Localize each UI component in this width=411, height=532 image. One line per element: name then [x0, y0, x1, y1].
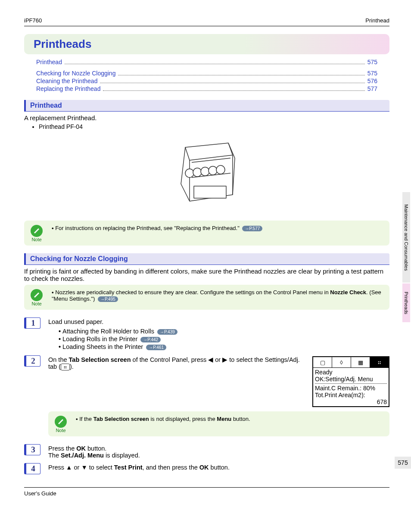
- toc-label: Replacing the Printhead: [36, 85, 100, 92]
- note-text: For instructions on replacing the Printh…: [55, 225, 240, 231]
- panel-line-value: 678: [315, 398, 387, 405]
- step-text: Load unused paper.: [48, 318, 389, 325]
- note-label: Note: [56, 428, 65, 433]
- note-text: Nozzles are periodically checked to ensu…: [55, 289, 330, 296]
- step-4: 4 Press ▲ or ▼ to select Test Print, and…: [24, 463, 389, 474]
- side-tab-section[interactable]: Printheads: [402, 283, 410, 322]
- step-bold: Test Print: [114, 464, 143, 471]
- note-tab-selection: Note If the Tab Selection screen is not …: [48, 411, 389, 436]
- panel-tab-ink-icon: ◊: [332, 357, 351, 367]
- page-number: 575: [395, 457, 411, 469]
- page-reference[interactable]: →P.439: [157, 329, 177, 335]
- svg-point-2: [185, 169, 194, 177]
- step-text: button.: [86, 445, 106, 452]
- step-bold: OK: [76, 445, 86, 452]
- table-of-contents: Printhead 575 Checking for Nozzle Cloggi…: [36, 59, 377, 92]
- toc-item[interactable]: Replacing the Printhead 577: [36, 85, 377, 92]
- toc-label: Printhead: [36, 59, 62, 65]
- note-bold: Menu: [217, 416, 231, 422]
- settings-tab-icon: ⠶: [61, 364, 70, 370]
- panel-line-menu: OK:Setting/Adj. Menu: [315, 376, 387, 383]
- step-text: ).: [70, 363, 74, 370]
- footer-left: User's Guide: [24, 490, 56, 497]
- panel-tab-settings-icon: ⠶: [370, 357, 389, 367]
- toc-page: 576: [367, 78, 377, 84]
- link-attach-roll[interactable]: Attaching the Roll Holder to Rolls: [62, 328, 154, 335]
- step-number: 3: [24, 444, 40, 455]
- toc-page: 575: [367, 70, 377, 77]
- step-1: 1 Load unused paper. Attaching the Roll …: [24, 317, 389, 351]
- page-footer: User's Guide: [24, 487, 389, 497]
- printhead-intro: A replacement Printhead.: [24, 114, 389, 121]
- page-reference[interactable]: →P.461: [146, 345, 166, 350]
- svg-point-4: [201, 167, 209, 176]
- note-nozzle-check: Note Nozzles are periodically checked to…: [24, 285, 389, 310]
- step-text: , and then press the: [143, 464, 199, 471]
- step-number: 4: [24, 463, 40, 474]
- toc-item[interactable]: Cleaning the Printhead 576: [36, 78, 377, 84]
- heading-printhead: Printhead: [24, 100, 389, 112]
- note-icon: [55, 416, 67, 428]
- note-icon: [31, 289, 43, 301]
- svg-point-5: [209, 166, 217, 175]
- note-replace-printhead: Note For instructions on replacing the P…: [24, 221, 389, 246]
- toc-item[interactable]: Printhead 575: [36, 59, 377, 65]
- toc-page: 575: [367, 59, 377, 65]
- link-load-sheets[interactable]: Loading Sheets in the Printer: [62, 343, 143, 350]
- link-load-rolls[interactable]: Loading Rolls in the Printer: [62, 336, 137, 342]
- step-2: 2 On the Tab Selection screen of the Con…: [24, 355, 389, 407]
- page-reference[interactable]: →P.577: [242, 226, 262, 231]
- panel-line-maint: Maint.C Remain.: 80%: [315, 385, 387, 392]
- nozzle-intro: If printing is faint or affected by band…: [24, 268, 389, 282]
- svg-rect-1: [194, 186, 226, 198]
- page-header: iPF760 Printhead: [24, 17, 389, 26]
- note-label: Note: [31, 301, 41, 306]
- note-bold: Tab Selection screen: [93, 416, 149, 422]
- panel-line-area: Tot.Print Area(m2):: [315, 392, 387, 398]
- toc-label: Cleaning the Printhead: [36, 78, 97, 84]
- page-reference[interactable]: →P.495: [98, 296, 118, 302]
- panel-line-status: Ready: [315, 369, 387, 376]
- panel-tab-job-icon: ▦: [351, 357, 370, 367]
- control-panel-display: ▢ ◊ ▦ ⠶ Ready OK:Setting/Adj. Menu Maint…: [312, 356, 389, 407]
- svg-point-3: [193, 168, 202, 177]
- toc-label: Checking for Nozzle Clogging: [36, 70, 115, 77]
- step-bold: OK: [199, 464, 209, 471]
- step-text: On the: [48, 356, 69, 363]
- note-bold: Nozzle Check: [330, 289, 366, 296]
- section-banner: Printheads: [24, 34, 389, 54]
- note-text: button.: [231, 416, 250, 422]
- side-tabs: Maintenance and Consumables Printheads: [402, 192, 411, 322]
- printhead-item: Printhead PF-04: [39, 123, 389, 130]
- side-tab-chapter[interactable]: Maintenance and Consumables: [402, 192, 410, 283]
- step-bold: Set./Adj. Menu: [61, 452, 104, 459]
- step-3: 3 Press the OK button. The Set./Adj. Men…: [24, 444, 389, 459]
- svg-point-6: [216, 165, 225, 174]
- step-text: button.: [209, 464, 230, 471]
- toc-item[interactable]: Checking for Nozzle Clogging 575: [36, 70, 377, 77]
- step-number: 1: [24, 317, 40, 329]
- heading-nozzle-clogging: Checking for Nozzle Clogging: [24, 253, 389, 265]
- note-text: is not displayed, press the: [149, 416, 217, 422]
- step-text: is displayed.: [104, 452, 140, 459]
- note-text: If the: [79, 416, 93, 422]
- step-text: Press the: [48, 445, 76, 452]
- step-text: Press ▲ or ▼ to select: [48, 464, 114, 471]
- note-label: Note: [31, 237, 41, 242]
- step-bold: Tab Selection screen: [69, 356, 131, 363]
- panel-tab-paper-icon: ▢: [313, 357, 332, 367]
- note-icon: [31, 225, 43, 237]
- page-reference[interactable]: →P.442: [140, 337, 161, 342]
- header-right: Printhead: [365, 17, 389, 24]
- toc-page: 577: [367, 85, 377, 92]
- step-text: The: [48, 452, 61, 459]
- header-left: iPF760: [24, 17, 42, 24]
- printhead-illustration: [159, 134, 254, 216]
- step-number: 2: [24, 355, 40, 367]
